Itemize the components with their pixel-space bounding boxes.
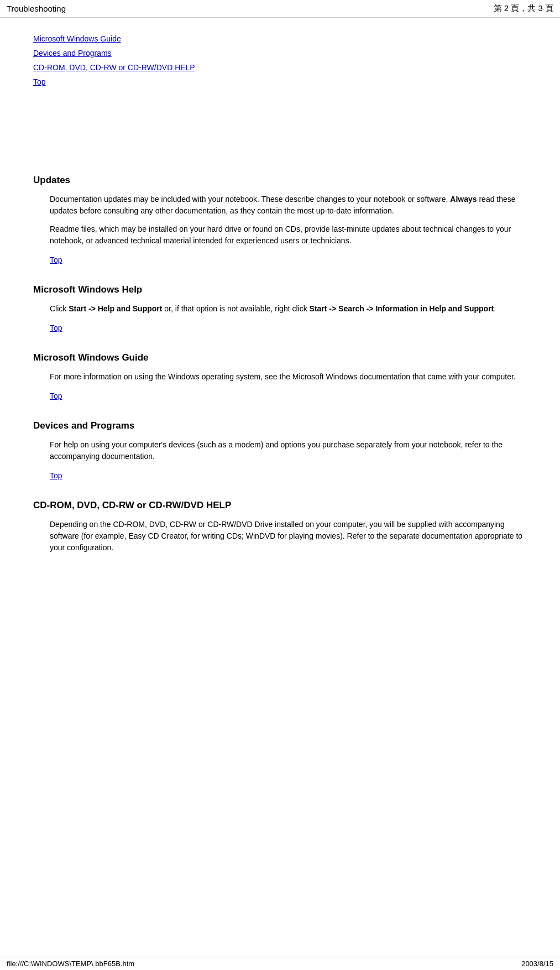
updates-para-2: Readme files, which may be installed on … xyxy=(50,223,527,247)
devices-programs-para-1: For help on using your computer's device… xyxy=(50,439,527,462)
toc-link-ms-windows-guide[interactable]: Microsoft Windows Guide xyxy=(33,34,527,43)
footer-file-path: file:///C:\WINDOWS\TEMP\ bbF65B.htm xyxy=(7,959,134,968)
header-page-info: 第 2 頁，共 3 頁 xyxy=(494,3,553,14)
main-content: Microsoft Windows Guide Devices and Prog… xyxy=(0,18,560,603)
section-devices-programs: Devices and Programs For help on using y… xyxy=(33,420,527,483)
section-cdrom-help: CD-ROM, DVD, CD-RW or CD-RW/DVD HELP Dep… xyxy=(33,500,527,554)
toc-section: Microsoft Windows Guide Devices and Prog… xyxy=(33,34,527,86)
top-link-ms-windows-help[interactable]: Top xyxy=(50,324,62,332)
footer-date: 2003/8/15 xyxy=(521,959,553,968)
toc-link-top[interactable]: Top xyxy=(33,77,527,86)
section-ms-windows-help: Microsoft Windows Help Click Start -> He… xyxy=(33,284,527,336)
spacer xyxy=(33,108,527,175)
section-updates: Updates Documentation updates may be inc… xyxy=(33,175,527,268)
section-body-ms-windows-help: Click Start -> Help and Support or, if t… xyxy=(50,303,527,336)
cdrom-help-para-1: Depending on the CD-ROM, DVD, CD-RW or C… xyxy=(50,519,527,554)
toc-link-cdrom-help[interactable]: CD-ROM, DVD, CD-RW or CD-RW/DVD HELP xyxy=(33,63,527,72)
ms-windows-help-para-1: Click Start -> Help and Support or, if t… xyxy=(50,303,527,315)
section-heading-ms-windows-guide: Microsoft Windows Guide xyxy=(33,352,527,363)
footer-bar: file:///C:\WINDOWS\TEMP\ bbF65B.htm 2003… xyxy=(0,957,560,970)
section-heading-devices-programs: Devices and Programs xyxy=(33,420,527,431)
updates-para-1: Documentation updates may be included wi… xyxy=(50,194,527,217)
section-ms-windows-guide: Microsoft Windows Guide For more informa… xyxy=(33,352,527,404)
top-link-updates[interactable]: Top xyxy=(50,255,62,264)
header-title: Troubleshooting xyxy=(7,4,66,13)
section-body-updates: Documentation updates may be included wi… xyxy=(50,194,527,268)
section-body-ms-windows-guide: For more information on using the Window… xyxy=(50,371,527,404)
section-heading-ms-windows-help: Microsoft Windows Help xyxy=(33,284,527,295)
section-heading-cdrom-help: CD-ROM, DVD, CD-RW or CD-RW/DVD HELP xyxy=(33,500,527,511)
ms-windows-guide-para-1: For more information on using the Window… xyxy=(50,371,527,383)
top-link-devices-programs[interactable]: Top xyxy=(50,471,62,480)
header-bar: Troubleshooting 第 2 頁，共 3 頁 xyxy=(0,0,560,18)
section-heading-updates: Updates xyxy=(33,175,527,186)
section-body-cdrom-help: Depending on the CD-ROM, DVD, CD-RW or C… xyxy=(50,519,527,554)
section-body-devices-programs: For help on using your computer's device… xyxy=(50,439,527,483)
top-link-ms-windows-guide[interactable]: Top xyxy=(50,392,62,400)
toc-link-devices-programs[interactable]: Devices and Programs xyxy=(33,49,527,58)
